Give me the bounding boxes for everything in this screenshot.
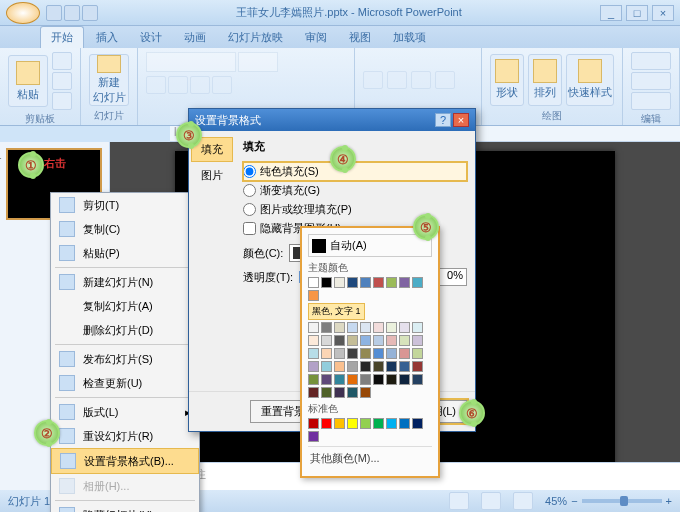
ctx-hide-slide[interactable]: 隐藏幻灯片(H)	[51, 503, 199, 512]
ctx-reset-slide[interactable]: 重设幻灯片(R)	[51, 424, 199, 448]
color-swatch[interactable]	[412, 374, 423, 385]
auto-color-button[interactable]: 自动(A)	[308, 234, 432, 257]
color-swatch[interactable]	[360, 418, 371, 429]
color-swatch[interactable]	[321, 418, 332, 429]
tab-insert[interactable]: 插入	[86, 27, 128, 48]
paste-button[interactable]: 粘贴	[8, 55, 48, 107]
color-swatch[interactable]	[386, 418, 397, 429]
color-swatch[interactable]	[308, 290, 319, 301]
copy-button[interactable]	[52, 72, 72, 90]
color-swatch[interactable]	[334, 322, 345, 333]
ctx-cut[interactable]: 剪切(T)	[51, 193, 199, 217]
tab-home[interactable]: 开始	[40, 26, 84, 48]
color-swatch[interactable]	[334, 387, 345, 398]
color-swatch[interactable]	[347, 361, 358, 372]
color-swatch[interactable]	[308, 361, 319, 372]
color-swatch[interactable]	[360, 322, 371, 333]
color-swatch[interactable]	[347, 418, 358, 429]
ctx-publish-slide[interactable]: 发布幻灯片(S)	[51, 347, 199, 371]
color-swatch[interactable]	[399, 348, 410, 359]
dialog-titlebar[interactable]: 设置背景格式 ? ×	[189, 109, 475, 131]
color-swatch[interactable]	[308, 277, 319, 288]
bold-button[interactable]	[146, 76, 166, 94]
ctx-duplicate-slide[interactable]: 复制幻灯片(A)	[51, 294, 199, 318]
ctx-copy[interactable]: 复制(C)	[51, 217, 199, 241]
color-swatch[interactable]	[347, 374, 358, 385]
color-swatch[interactable]	[360, 387, 371, 398]
color-swatch[interactable]	[360, 348, 371, 359]
ctx-layout[interactable]: 版式(L)▸	[51, 400, 199, 424]
radio-gradient-fill[interactable]: 渐变填充(G)	[243, 181, 467, 200]
nav-picture[interactable]: 图片	[191, 164, 233, 187]
close-button[interactable]: ×	[652, 5, 674, 21]
color-swatch[interactable]	[308, 348, 319, 359]
view-normal-button[interactable]	[449, 492, 469, 510]
color-swatch[interactable]	[334, 418, 345, 429]
select-button[interactable]	[631, 92, 671, 110]
color-swatch[interactable]	[412, 322, 423, 333]
color-swatch[interactable]	[360, 361, 371, 372]
color-swatch[interactable]	[360, 374, 371, 385]
view-slideshow-button[interactable]	[513, 492, 533, 510]
color-swatch[interactable]	[347, 335, 358, 346]
color-swatch[interactable]	[412, 361, 423, 372]
color-swatch[interactable]	[360, 277, 371, 288]
ctx-paste[interactable]: 粘贴(P)	[51, 241, 199, 265]
color-swatch[interactable]	[399, 277, 410, 288]
color-swatch[interactable]	[334, 361, 345, 372]
ctx-format-background[interactable]: 设置背景格式(B)...	[51, 448, 199, 474]
color-swatch[interactable]	[373, 348, 384, 359]
color-swatch[interactable]	[308, 418, 319, 429]
ctx-album[interactable]: 相册(H)...	[51, 474, 199, 498]
zoom-control[interactable]: 45% − +	[545, 495, 672, 507]
color-swatch[interactable]	[386, 322, 397, 333]
align-left-button[interactable]	[363, 71, 383, 89]
ctx-check-updates[interactable]: 检查更新(U)	[51, 371, 199, 395]
color-swatch[interactable]	[360, 335, 371, 346]
color-swatch[interactable]	[321, 277, 332, 288]
radio-solid-fill[interactable]: 纯色填充(S)	[243, 162, 467, 181]
format-painter-button[interactable]	[52, 92, 72, 110]
align-center-button[interactable]	[387, 71, 407, 89]
color-swatch[interactable]	[334, 374, 345, 385]
quick-styles-button[interactable]: 快速样式	[566, 54, 614, 106]
color-swatch[interactable]	[386, 277, 397, 288]
cut-button[interactable]	[52, 52, 72, 70]
underline-button[interactable]	[190, 76, 210, 94]
color-swatch[interactable]	[347, 322, 358, 333]
color-swatch[interactable]	[321, 361, 332, 372]
color-swatch[interactable]	[321, 322, 332, 333]
color-swatch[interactable]	[373, 277, 384, 288]
color-swatch[interactable]	[386, 348, 397, 359]
color-swatch[interactable]	[321, 387, 332, 398]
color-swatch[interactable]	[347, 348, 358, 359]
find-button[interactable]	[631, 52, 671, 70]
color-swatch[interactable]	[412, 277, 423, 288]
tab-slideshow[interactable]: 幻灯片放映	[218, 27, 293, 48]
bullets-button[interactable]	[435, 71, 455, 89]
new-slide-button[interactable]: 新建 幻灯片	[89, 54, 129, 106]
color-swatch[interactable]	[399, 418, 410, 429]
color-swatch[interactable]	[373, 361, 384, 372]
color-swatch[interactable]	[399, 335, 410, 346]
color-swatch[interactable]	[334, 335, 345, 346]
qat-redo-icon[interactable]	[82, 5, 98, 21]
color-swatch[interactable]	[373, 374, 384, 385]
color-swatch[interactable]	[399, 361, 410, 372]
strike-button[interactable]	[212, 76, 232, 94]
replace-button[interactable]	[631, 72, 671, 90]
color-swatch[interactable]	[347, 387, 358, 398]
maximize-button[interactable]: □	[626, 5, 648, 21]
color-swatch[interactable]	[308, 374, 319, 385]
color-swatch[interactable]	[308, 322, 319, 333]
color-swatch[interactable]	[373, 322, 384, 333]
color-swatch[interactable]	[334, 277, 345, 288]
color-swatch[interactable]	[308, 387, 319, 398]
color-swatch[interactable]	[386, 374, 397, 385]
shapes-button[interactable]: 形状	[490, 54, 524, 106]
color-swatch[interactable]	[321, 374, 332, 385]
dialog-close-button[interactable]: ×	[453, 113, 469, 127]
zoom-slider[interactable]	[582, 499, 662, 503]
more-colors-button[interactable]: 其他颜色(M)...	[308, 446, 432, 470]
tab-animation[interactable]: 动画	[174, 27, 216, 48]
